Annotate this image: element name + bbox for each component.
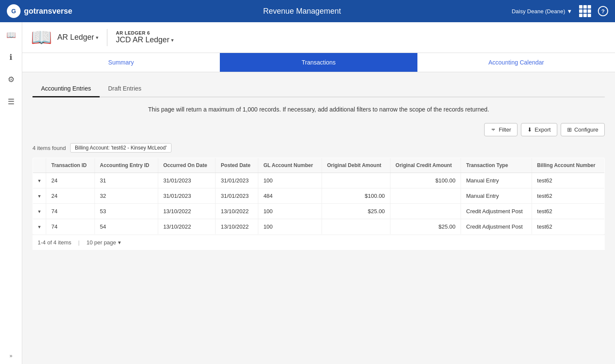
cell-posted-date: 31/01/2023: [216, 188, 258, 204]
help-icon[interactable]: ?: [598, 6, 608, 16]
cell-debit: [322, 173, 390, 188]
cell-posted-date: 13/10/2022: [216, 219, 258, 235]
pagination-range: 1-4 of 4 items: [38, 239, 71, 246]
sub-tab-bar: Accounting Entries Draft Entries: [33, 81, 605, 97]
col-occurred-on: Occurred On Date: [158, 158, 216, 173]
per-page-chevron-icon: ▾: [118, 239, 121, 246]
pagination-bar: 1-4 of 4 items | 10 per page ▾: [33, 235, 605, 250]
ledger-number-label: AR LEDGER 6: [116, 30, 174, 35]
cell-transaction-id: 24: [46, 188, 95, 204]
tab-transactions[interactable]: Transactions: [220, 53, 417, 72]
topnav-right: Daisy Deane (Deane) ▼ ?: [512, 5, 608, 17]
sub-tab-accounting-entries[interactable]: Accounting Entries: [33, 81, 100, 97]
cell-credit: $100.00: [390, 173, 461, 188]
toolbar: ⫧ Filter ⬇ Export ⊞ Configure: [33, 123, 605, 136]
content-area: Accounting Entries Draft Entries This pa…: [33, 72, 605, 258]
page-title: Revenue Management: [92, 7, 512, 16]
cell-accounting-entry-id[interactable]: 32: [95, 188, 158, 204]
tab-accounting-calendar[interactable]: Accounting Calendar: [417, 53, 615, 72]
cell-billing-account: test62: [532, 173, 604, 188]
cell-transaction-type: Manual Entry: [461, 188, 532, 204]
cell-credit: [390, 204, 461, 219]
export-icon: ⬇: [527, 126, 532, 133]
ledger-detail: AR LEDGER 6 JCD AR Ledger ▾: [116, 30, 174, 44]
cell-gl-account: 484: [258, 188, 322, 204]
ledger-type-dropdown-icon: ▾: [96, 35, 98, 41]
cell-transaction-type: Credit Adjustment Post: [461, 204, 532, 219]
left-sidebar: 📖 ℹ ⚙ ☰ »: [0, 22, 22, 364]
user-menu[interactable]: Daisy Deane (Deane) ▼: [512, 8, 572, 15]
app-logo[interactable]: G gotransverse: [7, 4, 92, 18]
cell-occurred-on: 31/01/2023: [158, 188, 216, 204]
cell-posted-date: 13/10/2022: [216, 204, 258, 219]
cell-billing-account: test62: [532, 188, 604, 204]
cell-accounting-entry-id[interactable]: 53: [95, 204, 158, 219]
sidebar-item-list[interactable]: ☰: [3, 94, 19, 109]
cell-debit: [322, 219, 390, 235]
filter-button[interactable]: ⫧ Filter: [484, 123, 517, 136]
table-header-row: Transaction ID Accounting Entry ID Occur…: [33, 158, 605, 173]
col-transaction-id: Transaction ID: [46, 158, 95, 173]
ledger-icon: 📖: [31, 27, 52, 47]
col-gl-account: GL Account Number: [258, 158, 322, 173]
col-expand: [33, 158, 46, 173]
cell-accounting-entry-id[interactable]: 31: [95, 173, 158, 188]
per-page-selector[interactable]: 10 per page ▾: [86, 239, 121, 246]
logo-icon: G: [7, 4, 21, 18]
cell-billing-account: test62: [532, 204, 604, 219]
pagination-separator: |: [78, 239, 80, 246]
cell-transaction-id: 74: [46, 204, 95, 219]
cell-gl-account: 100: [258, 173, 322, 188]
row-expand-btn[interactable]: ▾: [33, 173, 46, 188]
cell-posted-date: 31/01/2023: [216, 173, 258, 188]
app-name: gotransverse: [24, 7, 72, 16]
main-content: 📖 AR Ledger ▾ AR LEDGER 6 JCD AR Ledger …: [22, 22, 615, 364]
cell-debit: $25.00: [322, 204, 390, 219]
info-message: This page will return a maximum of 1,000…: [33, 106, 605, 113]
table-row: ▾ 74 54 13/10/2022 13/10/2022 100 $25.00…: [33, 219, 605, 235]
ledger-type-label[interactable]: AR Ledger ▾: [57, 33, 98, 42]
accounting-entries-table: Transaction ID Accounting Entry ID Occur…: [33, 158, 605, 235]
apps-grid-icon[interactable]: [579, 5, 591, 17]
export-button[interactable]: ⬇ Export: [521, 123, 557, 136]
row-expand-btn[interactable]: ▾: [33, 219, 46, 235]
cell-accounting-entry-id[interactable]: 54: [95, 219, 158, 235]
cell-occurred-on: 13/10/2022: [158, 204, 216, 219]
cell-credit: $25.00: [390, 219, 461, 235]
table-row: ▾ 24 32 31/01/2023 31/01/2023 484 $100.0…: [33, 188, 605, 204]
sub-tab-draft-entries[interactable]: Draft Entries: [100, 81, 150, 97]
cell-transaction-type: Manual Entry: [461, 173, 532, 188]
cell-transaction-type: Credit Adjustment Post: [461, 219, 532, 235]
row-expand-btn[interactable]: ▾: [33, 204, 46, 219]
cell-transaction-id: 24: [46, 173, 95, 188]
ledger-name-dropdown-icon: ▾: [171, 37, 174, 43]
col-billing-account: Billing Account Number: [532, 158, 604, 173]
sidebar-item-book[interactable]: 📖: [3, 27, 19, 43]
sidebar-expand-button[interactable]: »: [9, 353, 12, 359]
ledger-type-area[interactable]: AR Ledger ▾: [57, 33, 98, 42]
sidebar-item-info[interactable]: ℹ: [3, 50, 19, 65]
col-credit: Original Credit Amount: [390, 158, 461, 173]
main-tab-bar: Summary Transactions Accounting Calendar: [22, 53, 615, 72]
sidebar-item-settings[interactable]: ⚙: [3, 72, 19, 87]
col-transaction-type: Transaction Type: [461, 158, 532, 173]
cell-debit: $100.00: [322, 188, 390, 204]
row-expand-btn[interactable]: ▾: [33, 188, 46, 204]
ledger-name-label[interactable]: JCD AR Ledger ▾: [116, 35, 174, 44]
cell-occurred-on: 31/01/2023: [158, 173, 216, 188]
col-accounting-entry-id: Accounting Entry ID: [95, 158, 158, 173]
cell-gl-account: 100: [258, 204, 322, 219]
configure-button[interactable]: ⊞ Configure: [561, 123, 605, 136]
col-posted-date: Posted Date: [216, 158, 258, 173]
table-row: ▾ 74 53 13/10/2022 13/10/2022 100 $25.00…: [33, 204, 605, 219]
cell-billing-account: test62: [532, 219, 604, 235]
filter-tag[interactable]: Billing Account: 'test62 - Kinsey McLeod…: [70, 143, 171, 153]
tab-summary[interactable]: Summary: [22, 53, 220, 72]
top-navigation: G gotransverse Revenue Management Daisy …: [0, 0, 615, 22]
ledger-header: 📖 AR Ledger ▾ AR LEDGER 6 JCD AR Ledger …: [22, 22, 615, 53]
results-count: 4 items found: [33, 145, 66, 151]
filter-icon: ⫧: [491, 126, 496, 133]
col-debit: Original Debit Amount: [322, 158, 390, 173]
cell-transaction-id: 74: [46, 219, 95, 235]
cell-occurred-on: 13/10/2022: [158, 219, 216, 235]
